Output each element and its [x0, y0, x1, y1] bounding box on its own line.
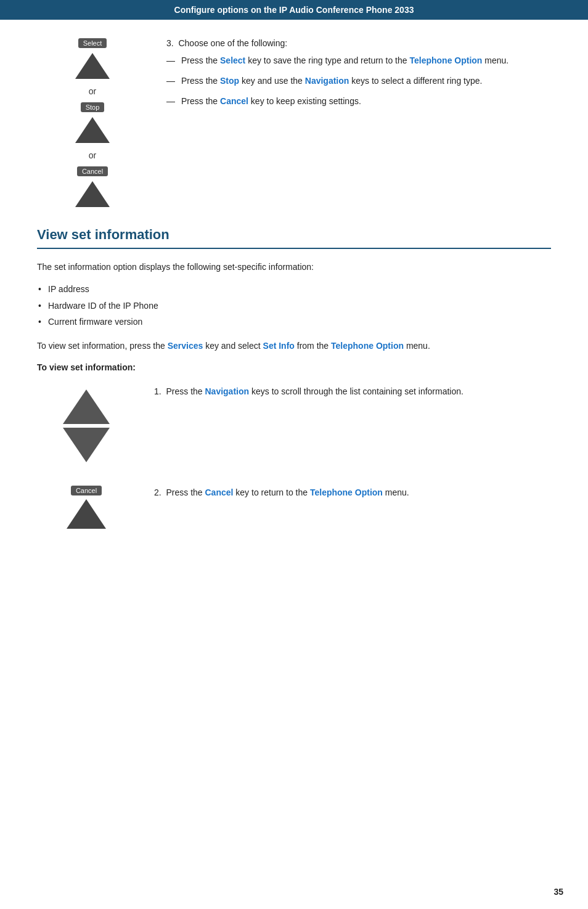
bullet-cancel: Press the Cancel key to keep existing se…	[166, 95, 551, 108]
navigation-bold-1: Navigation	[305, 76, 349, 86]
select-key-label: Select	[78, 38, 107, 48]
step-3-instructions: 3. Choose one of the following: Press th…	[148, 38, 551, 115]
cancel-arrow-2-icon	[67, 499, 106, 529]
key-column: Select or Stop or Cancel	[37, 38, 148, 208]
bullet-stop: Press the Stop key and use the Navigatio…	[166, 75, 551, 88]
navigation-bold-2: Navigation	[205, 386, 250, 396]
step-3-bullets: Press the Select key to save the ring ty…	[166, 54, 551, 108]
step-1-row: 1. Press the Navigation keys to scroll t…	[37, 385, 551, 467]
view-section: View set information The set information…	[37, 227, 551, 530]
page-header: Configure options on the IP Audio Confer…	[0, 0, 588, 20]
step-1-text: 1. Press the Navigation keys to scroll t…	[136, 385, 551, 398]
bullet-firmware: Current firmware version	[37, 315, 551, 328]
section-intro: The set information option displays the …	[37, 260, 551, 274]
services-text: To view set information, press the Servi…	[37, 339, 551, 353]
stop-key-label: Stop	[81, 102, 105, 112]
section-title: View set information	[37, 227, 551, 243]
telephone-option-bold-2: Telephone Option	[331, 341, 404, 351]
info-bullets: IP address Hardware ID of the IP Phone C…	[37, 282, 551, 328]
services-bold: Services	[168, 341, 203, 351]
step-1-icon	[37, 385, 136, 467]
nav-down-arrow-icon	[63, 428, 110, 462]
step-2-number: 2.	[154, 487, 166, 497]
cancel-bold-2: Cancel	[205, 487, 234, 497]
or-text-1: or	[89, 86, 96, 96]
bullet-select: Press the Select key to save the ring ty…	[166, 54, 551, 67]
cancel-key-label-top: Cancel	[77, 166, 108, 176]
cancel-arrow-up-icon	[75, 181, 110, 207]
bullet-ip: IP address	[37, 282, 551, 296]
telephone-option-bold-1: Telephone Option	[409, 55, 482, 65]
cancel-bold-1: Cancel	[220, 96, 248, 106]
select-arrow-up-icon	[75, 53, 110, 79]
step-2-row: Cancel 2. Press the Cancel key to return…	[37, 486, 551, 530]
page-number: 35	[553, 887, 563, 897]
stop-bold: Stop	[220, 76, 239, 86]
step-3-section: Select or Stop or Cancel 3. Choose one o…	[37, 38, 551, 208]
select-bold: Select	[220, 55, 245, 65]
step-1-number: 1.	[154, 386, 166, 396]
step-2-icon: Cancel	[37, 486, 136, 530]
telephone-option-bold-3: Telephone Option	[310, 487, 383, 497]
set-info-bold: Set Info	[263, 341, 295, 351]
section-rule	[37, 248, 551, 249]
step-2-text: 2. Press the Cancel key to return to the…	[136, 486, 551, 499]
bullet-hardware: Hardware ID of the IP Phone	[37, 299, 551, 312]
stop-arrow-up-icon	[75, 117, 110, 143]
step-3-number: 3. Choose one of the following:	[166, 38, 551, 48]
view-heading: To view set information:	[37, 362, 551, 372]
or-text-2: or	[89, 150, 96, 160]
cancel-key-label-2: Cancel	[71, 486, 102, 495]
navigation-keys-icon	[58, 385, 115, 467]
nav-up-arrow-icon	[63, 389, 110, 424]
